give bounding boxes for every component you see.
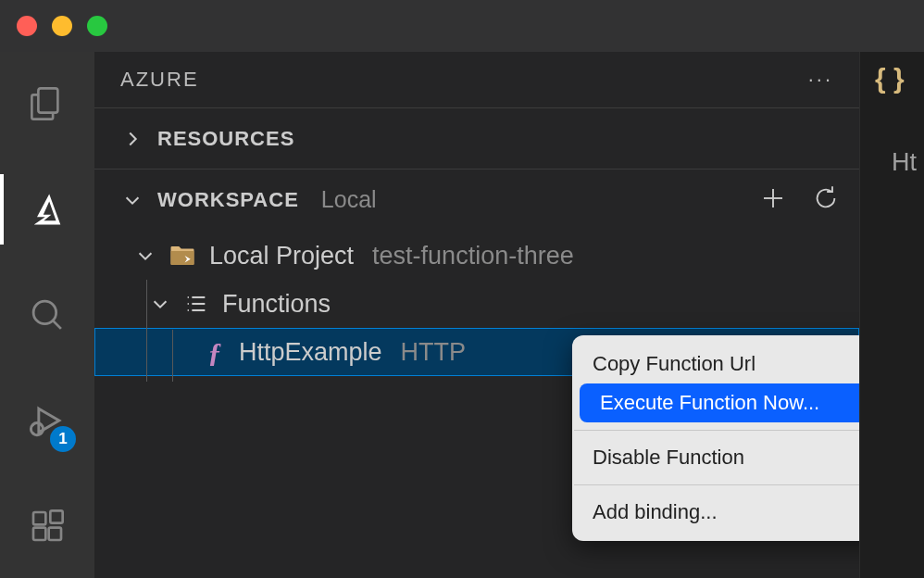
svg-rect-12 xyxy=(33,528,45,540)
extensions-icon xyxy=(29,508,66,545)
svg-rect-13 xyxy=(49,528,61,540)
extensions-activity[interactable] xyxy=(0,498,94,554)
minimize-window-button[interactable] xyxy=(52,16,72,36)
chevron-down-icon xyxy=(122,190,143,210)
workspace-section-header[interactable]: WORKSPACE Local xyxy=(94,169,859,230)
tree-label: Functions xyxy=(222,290,331,319)
search-activity[interactable] xyxy=(0,287,94,343)
menu-separator xyxy=(574,484,891,485)
maximize-window-button[interactable] xyxy=(87,16,107,36)
context-menu: Copy Function Url Execute Function Now..… xyxy=(572,335,893,541)
svg-line-2 xyxy=(53,320,61,329)
section-subtitle: Local xyxy=(321,186,377,213)
plus-icon xyxy=(759,184,787,212)
section-title: RESOURCES xyxy=(157,127,294,151)
svg-point-1 xyxy=(33,301,56,324)
svg-line-7 xyxy=(32,424,34,426)
project-folder-icon xyxy=(169,242,196,270)
svg-line-9 xyxy=(32,433,34,434)
menu-disable-function[interactable]: Disable Function xyxy=(572,438,893,477)
function-kind: HTTP xyxy=(401,338,467,367)
json-braces-icon: { } xyxy=(875,63,905,94)
indent-guide xyxy=(172,330,173,382)
explorer-activity[interactable] xyxy=(0,76,94,132)
close-window-button[interactable] xyxy=(17,16,37,36)
azure-sidebar: AZURE ··· RESOURCES WORKSPACE Local xyxy=(94,52,859,578)
tree-row-functions[interactable]: Functions xyxy=(94,280,859,328)
sidebar-more-button[interactable]: ··· xyxy=(808,68,833,92)
svg-rect-11 xyxy=(33,512,45,524)
chevron-down-icon xyxy=(135,245,156,266)
search-icon xyxy=(28,295,67,334)
tree-label: Local Project xyxy=(209,242,354,270)
debug-activity[interactable]: 1 xyxy=(0,393,94,448)
function-icon: ƒ xyxy=(204,336,226,368)
sidebar-title: AZURE xyxy=(120,68,199,92)
indent-guide xyxy=(146,280,147,382)
traffic-lights xyxy=(17,16,107,36)
section-title: WORKSPACE xyxy=(157,188,299,212)
list-icon xyxy=(183,291,209,317)
activity-bar: 1 xyxy=(0,52,94,578)
window-titlebar xyxy=(0,0,924,52)
menu-add-binding[interactable]: Add binding... xyxy=(572,493,893,532)
refresh-button[interactable] xyxy=(813,185,839,215)
sidebar-header: AZURE ··· xyxy=(94,52,859,107)
chevron-right-icon xyxy=(122,129,143,149)
debug-badge: 1 xyxy=(50,426,76,452)
svg-line-10 xyxy=(40,433,42,434)
resources-section-header[interactable]: RESOURCES xyxy=(94,107,859,169)
svg-rect-0 xyxy=(38,88,57,112)
azure-activity[interactable] xyxy=(0,182,94,237)
menu-separator xyxy=(574,430,891,431)
editor-pane: { } Ht xyxy=(859,52,924,578)
azure-icon xyxy=(27,189,68,230)
tree-row-project[interactable]: Local Project test-function-three xyxy=(94,232,859,280)
chevron-down-icon xyxy=(150,294,170,314)
svg-line-8 xyxy=(40,424,42,426)
svg-rect-14 xyxy=(50,510,62,522)
function-name: HttpExample xyxy=(239,338,382,367)
refresh-icon xyxy=(813,185,839,211)
files-icon xyxy=(28,84,67,123)
menu-execute-function-now[interactable]: Execute Function Now... xyxy=(580,383,885,422)
menu-copy-function-url[interactable]: Copy Function Url xyxy=(572,345,893,383)
project-name: test-function-three xyxy=(372,242,574,270)
breadcrumb-fragment[interactable]: Ht xyxy=(892,148,917,177)
add-button[interactable] xyxy=(759,184,787,216)
